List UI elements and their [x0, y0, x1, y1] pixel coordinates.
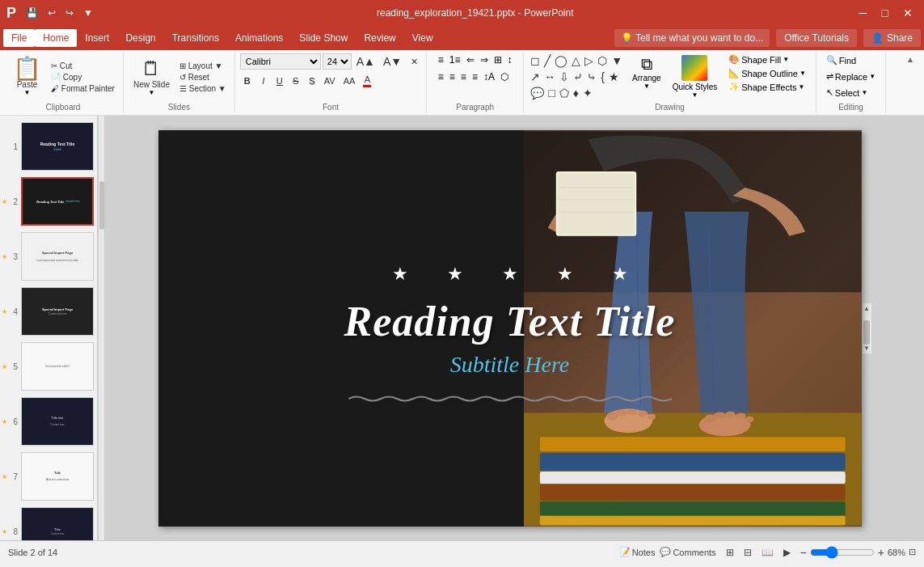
shape-btn-18[interactable]: ✦ — [581, 86, 594, 100]
shape-btn-15[interactable]: □ — [546, 86, 556, 100]
notes-button[interactable]: 📝 Notes — [619, 547, 656, 557]
menu-item-insert[interactable]: Insert — [77, 29, 117, 47]
canvas-scrollbar-vertical[interactable]: ▲ ▼ — [862, 303, 871, 353]
decrease-font-button[interactable]: A▼ — [380, 54, 405, 69]
copy-button[interactable]: 📄 Copy — [48, 72, 118, 83]
restore-button[interactable]: □ — [877, 5, 893, 21]
shape-btn-7[interactable]: ↗ — [529, 70, 542, 84]
shape-btn-1[interactable]: ◻ — [529, 53, 542, 68]
shape-btn-8[interactable]: ↔ — [542, 70, 557, 84]
quick-styles-button[interactable]: Quick Styles ▼ — [669, 53, 721, 100]
cut-button[interactable]: ✂ Cut — [48, 61, 118, 71]
align-left-button[interactable]: ≡ — [436, 70, 446, 83]
slide-item-2[interactable]: 2 ★ Reading Text Title Subtitle Here — [0, 174, 97, 229]
bullet-list-button[interactable]: ≡ — [436, 53, 446, 66]
format-painter-button[interactable]: 🖌 Format Painter — [48, 83, 118, 94]
shape-btn-12[interactable]: { — [599, 70, 606, 84]
save-button[interactable]: 💾 — [23, 6, 41, 20]
arrange-button[interactable]: ⧉ Arrange ▼ — [627, 53, 666, 91]
reset-button[interactable]: ↺ Reset — [176, 72, 230, 83]
strikethrough-button[interactable]: S — [289, 75, 303, 87]
undo-button[interactable]: ↩ — [44, 6, 59, 20]
slide-item-1[interactable]: 1 Reading Text Title Subtitle — [0, 119, 97, 174]
change-case-button[interactable]: Aa — [340, 75, 359, 87]
char-spacing-button[interactable]: AV — [321, 75, 339, 87]
menu-item-view[interactable]: View — [404, 29, 441, 47]
shape-btn-6[interactable]: ⬡ — [596, 53, 609, 68]
help-search[interactable]: 💡 Tell me what you want to do... — [614, 29, 770, 47]
ribbon-collapse-button[interactable]: ▲ — [906, 55, 914, 64]
slide-item-7[interactable]: 7 ★ Title Multi-line content text — [0, 449, 97, 504]
slide-item-4[interactable]: 4 ★ Special Import Page Content text her… — [0, 284, 97, 339]
text-direction-button[interactable]: ↕A — [481, 70, 497, 83]
shape-btn-2[interactable]: ╱ — [542, 53, 552, 68]
menu-item-design[interactable]: Design — [117, 29, 163, 47]
zoom-in-button[interactable]: + — [878, 546, 884, 559]
font-size-select[interactable]: 24 — [323, 53, 352, 70]
menu-item-file[interactable]: File — [3, 29, 35, 47]
menu-item-slideshow[interactable]: Slide Show — [291, 29, 356, 47]
scroll-down-button[interactable]: ▼ — [863, 345, 870, 352]
bold-button[interactable]: B — [240, 75, 255, 87]
convert-to-smartart-button[interactable]: ⬡ — [498, 70, 511, 83]
font-color-button[interactable]: A — [360, 74, 374, 88]
close-button[interactable]: ✕ — [898, 5, 918, 21]
scroll-up-button[interactable]: ▲ — [863, 305, 870, 312]
shape-btn-5[interactable]: ▷ — [583, 53, 595, 68]
shape-btn-4[interactable]: △ — [570, 53, 582, 68]
layout-button[interactable]: ⊞ Layout ▼ — [176, 61, 230, 71]
replace-button[interactable]: ⇌ Replace ▼ — [821, 70, 880, 83]
slideshow-view-button[interactable]: ▶ — [780, 545, 794, 560]
shape-effects-button[interactable]: ✨ Shape Effects ▼ — [724, 81, 811, 93]
increase-font-button[interactable]: A▲ — [353, 54, 378, 69]
minimize-button[interactable]: ─ — [854, 5, 872, 21]
slide-item-8[interactable]: 8 ★ Title Content text — [0, 504, 97, 540]
reading-view-button[interactable]: 📖 — [758, 545, 777, 560]
menu-item-home[interactable]: Home — [35, 29, 77, 47]
menu-item-transitions[interactable]: Transitions — [164, 29, 227, 47]
new-slide-button[interactable]: 🗒 New Slide ▼ — [129, 54, 175, 99]
align-center-button[interactable]: ≡ — [447, 70, 458, 83]
line-spacing-button[interactable]: ↕ — [505, 53, 515, 66]
comments-button[interactable]: 💬 Comments — [660, 547, 715, 557]
find-button[interactable]: 🔍 Find — [821, 53, 880, 67]
menu-item-review[interactable]: Review — [356, 29, 403, 47]
shape-btn-11[interactable]: ⤷ — [585, 70, 598, 84]
slide-subtitle[interactable]: Subtitle Here — [450, 352, 569, 378]
font-family-select[interactable]: Calibri — [240, 53, 321, 70]
slide-title[interactable]: Reading Text Title — [344, 298, 676, 345]
numbered-list-button[interactable]: 1≡ — [447, 53, 463, 66]
paste-button[interactable]: 📋 Paste ▼ — [8, 56, 46, 98]
columns-button[interactable]: ⊞ — [492, 53, 504, 66]
menu-item-animations[interactable]: Animations — [227, 29, 291, 47]
select-button[interactable]: ↖ Select ▼ — [821, 86, 880, 99]
shape-outline-button[interactable]: 📐 Shape Outline ▼ — [724, 67, 811, 79]
shape-btn-10[interactable]: ⤶ — [572, 70, 584, 84]
slide-sorter-button[interactable]: ⊟ — [740, 545, 755, 560]
normal-view-button[interactable]: ⊞ — [723, 545, 737, 560]
slide-item-6[interactable]: 6 ★ Title text Content here — [0, 394, 97, 449]
decrease-indent-button[interactable]: ⇐ — [464, 53, 477, 66]
shape-btn-9[interactable]: ⇩ — [558, 70, 571, 84]
justify-button[interactable]: ≡ — [470, 70, 480, 83]
slide-item-5[interactable]: 5 ★ Text content for slide 5 — [0, 339, 97, 394]
slide-panel-scrollbar[interactable] — [98, 116, 104, 540]
italic-button[interactable]: I — [256, 75, 271, 87]
customize-button[interactable]: ▼ — [80, 6, 96, 20]
shapes-more[interactable]: ▼ — [610, 53, 624, 68]
shape-btn-13[interactable]: ★ — [607, 70, 621, 84]
slide-item-3[interactable]: 3 ★ Special Import Page Lorem ipsum text… — [0, 229, 97, 284]
redo-button[interactable]: ↪ — [62, 6, 77, 20]
shape-fill-button[interactable]: 🎨 Shape Fill ▼ — [724, 53, 811, 66]
zoom-out-button[interactable]: − — [800, 546, 807, 559]
shadow-button[interactable]: S — [305, 75, 319, 87]
share-button[interactable]: 👤 Share — [863, 29, 921, 47]
shape-btn-16[interactable]: ⬠ — [558, 86, 571, 100]
underline-button[interactable]: U — [272, 75, 287, 87]
increase-indent-button[interactable]: ⇒ — [478, 53, 491, 66]
slide-canvas[interactable]: ★ ★ ★ ★ ★ Reading Text Title Subtitle He… — [158, 130, 862, 527]
shape-btn-14[interactable]: 💬 — [529, 86, 546, 100]
fit-to-window-button[interactable]: ⊡ — [909, 547, 916, 557]
zoom-slider[interactable] — [810, 546, 875, 559]
shape-btn-3[interactable]: ◯ — [553, 53, 569, 68]
